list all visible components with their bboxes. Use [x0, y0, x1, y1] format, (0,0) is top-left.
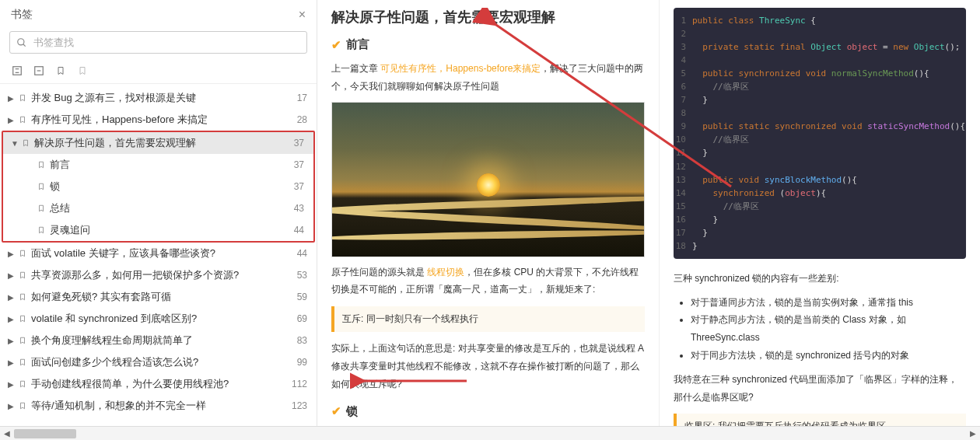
- page-number: 44: [297, 248, 307, 259]
- bookmark-toolbar: [0, 58, 317, 84]
- code-line: 4: [674, 54, 966, 67]
- outline-item[interactable]: ▶手动创建线程很简单，为什么要使用线程池?112: [0, 373, 317, 395]
- chevron-icon: ▶: [8, 116, 16, 124]
- paragraph: 三种 synchronized 锁的内容有一些差别:: [674, 270, 966, 288]
- code-line: 7 }: [674, 93, 966, 107]
- search-input[interactable]: [33, 37, 300, 48]
- bookmark-icon: [19, 379, 28, 389]
- code-line: 6 //临界区: [674, 80, 966, 93]
- scroll-thumb[interactable]: [14, 429, 76, 438]
- bookmark-outline-icon[interactable]: [76, 65, 89, 77]
- section-lock: ✔锁: [331, 404, 645, 419]
- svg-line-1: [23, 44, 26, 46]
- bookmark-icon: [22, 138, 31, 148]
- code-line: 14 synchronized (object){: [674, 187, 966, 200]
- bookmark-icon: [37, 182, 47, 191]
- outline-item[interactable]: ▶volatile 和 synchronized 到底啥区别?69: [0, 308, 317, 330]
- list-item: 对于普通同步方法，锁的是当前实例对象，通常指 this: [691, 294, 966, 312]
- outline-label: 手动创建线程很简单，为什么要使用线程池?: [31, 377, 229, 391]
- outline-item[interactable]: 总结43: [3, 197, 313, 219]
- outline-item[interactable]: 前言37: [3, 154, 313, 176]
- check-icon: ✔: [331, 38, 341, 52]
- outline-label: 并发 Bug 之源有三，找对根源是关键: [31, 91, 196, 105]
- chevron-icon: ▶: [8, 358, 16, 367]
- highlighted-group: ▼解决原子性问题，首先需要宏观理解37前言37锁37总结43灵魂追问44: [2, 131, 315, 243]
- bookmark-icon: [19, 401, 28, 410]
- search-input-wrap[interactable]: [9, 31, 307, 54]
- page-number: 44: [294, 225, 304, 236]
- outline-item[interactable]: ▶面试问创建多少个线程合适该怎么说?99: [0, 351, 317, 373]
- outline-label: 共享资源那么多，如何用一把锁保护多个资源?: [31, 268, 239, 282]
- page-number: 37: [294, 181, 304, 192]
- hero-image: [331, 102, 645, 257]
- article-title: 解决原子性问题，首先需要宏观理解: [331, 8, 645, 26]
- outline-item[interactable]: ▶等待/通知机制，和想象的并不完全一样123: [0, 395, 317, 417]
- page-number: 123: [292, 400, 307, 411]
- chevron-icon: ▶: [8, 315, 16, 323]
- bookmark-icon: [37, 160, 47, 169]
- code-line: 10 //临界区: [674, 133, 966, 146]
- paragraph: 我特意在三种 synchronized 代码里面添加了「临界区」字样的注释，那什…: [674, 371, 966, 407]
- page-number: 37: [294, 138, 304, 148]
- link-prev-article[interactable]: 可见性有序性，Happens-before来搞定: [380, 63, 541, 74]
- code-block: 1public class ThreeSync {23 private stat…: [674, 8, 966, 259]
- outline-item[interactable]: 锁37: [3, 176, 313, 197]
- code-line: 5 public synchronized void normalSyncMet…: [674, 67, 966, 80]
- outline-item[interactable]: ▶面试 volatile 关键字，应该具备哪些谈资?44: [0, 243, 317, 264]
- outline-item[interactable]: ▶如何避免死锁? 其实有套路可循59: [0, 286, 317, 308]
- outline-label: 有序性可见性，Happens-before 来搞定: [31, 113, 208, 127]
- code-line: 3 private static final Object object = n…: [674, 40, 966, 54]
- expand-all-icon[interactable]: [11, 65, 23, 77]
- outline-label: 面试问创建多少个线程合适该怎么说?: [31, 355, 198, 369]
- svg-rect-2: [13, 67, 22, 75]
- outline-label: 前言: [50, 158, 70, 172]
- list-item: 对于同步方法块，锁的是 synchronized 括号内的对象: [691, 347, 966, 365]
- code-line: 12: [674, 160, 966, 173]
- bookmark-icon[interactable]: [54, 65, 67, 77]
- chevron-icon: ▶: [8, 337, 16, 345]
- code-line: 1public class ThreeSync {: [674, 14, 966, 27]
- outline-item[interactable]: ▶并发 Bug 之源有三，找对根源是关键17: [0, 87, 317, 109]
- outline-item[interactable]: ▶有序性可见性，Happens-before 来搞定28: [0, 109, 317, 131]
- scroll-track[interactable]: [14, 428, 966, 440]
- outline-item[interactable]: ▶换个角度理解线程生命周期就简单了83: [0, 330, 317, 351]
- code-line: 18}: [674, 239, 966, 253]
- outline-label: 总结: [50, 201, 70, 215]
- outline-label: 面试 volatile 关键字，应该具备哪些谈资?: [31, 246, 215, 260]
- chevron-icon: ▶: [8, 271, 16, 280]
- page-number: 112: [292, 379, 307, 389]
- outline-item[interactable]: ▼解决原子性问题，首先需要宏观理解37: [3, 132, 313, 154]
- outline-label: 换个角度理解线程生命周期就简单了: [31, 333, 193, 347]
- page-number: 28: [297, 114, 307, 125]
- outline-item[interactable]: 灵魂追问44: [3, 219, 313, 241]
- outline-label: 如何避免死锁? 其实有套路可循: [31, 290, 171, 304]
- code-line: 16 }: [674, 213, 966, 226]
- paragraph: 实际上，上面这句话的意思是: 对共享变量的修改是互斥的，也就是说线程 A 修改共…: [331, 340, 645, 393]
- document-view: 解决原子性问题，首先需要宏观理解 ✔前言 上一篇文章 可见性有序性，Happen…: [317, 0, 980, 426]
- scroll-right-icon[interactable]: ▶: [966, 428, 980, 440]
- outline-label: 等待/通知机制，和想象的并不完全一样: [31, 399, 206, 413]
- bookmark-icon: [19, 93, 28, 103]
- panel-title: 书签: [11, 8, 33, 22]
- chevron-icon: ▼: [11, 139, 19, 148]
- paragraph: 原子性问题的源头就是 线程切换，但在多核 CPU 的大背景下，不允许线程切换是不…: [331, 264, 645, 299]
- bookmark-icon: [19, 271, 28, 280]
- chevron-icon: ▶: [8, 380, 16, 389]
- horizontal-scrollbar[interactable]: ◀ ▶: [0, 426, 980, 440]
- bookmark-icon: [19, 358, 28, 367]
- bookmark-icon: [37, 204, 47, 213]
- outline-label: 灵魂追问: [50, 223, 90, 237]
- close-icon[interactable]: ×: [299, 8, 306, 22]
- link-thread-switch[interactable]: 线程切换: [427, 267, 464, 278]
- scroll-left-icon[interactable]: ◀: [0, 428, 14, 440]
- page-number: 99: [297, 357, 307, 368]
- callout-mutex: 互斥: 同一时刻只有一个线程执行: [331, 306, 645, 332]
- callout-critical: 临界区: 我们把需要互斥执行的代码看成为临界区: [674, 414, 966, 426]
- outline-label: 锁: [50, 180, 60, 194]
- collapse-all-icon[interactable]: [33, 65, 45, 77]
- outline-item[interactable]: ▶共享资源那么多，如何用一把锁保护多个资源?53: [0, 264, 317, 286]
- svg-point-0: [18, 38, 24, 44]
- bookmark-icon: [19, 292, 28, 302]
- check-icon: ✔: [331, 404, 341, 418]
- paragraph: 上一篇文章 可见性有序性，Happens-before来搞定，解决了三大问题中的…: [331, 60, 645, 96]
